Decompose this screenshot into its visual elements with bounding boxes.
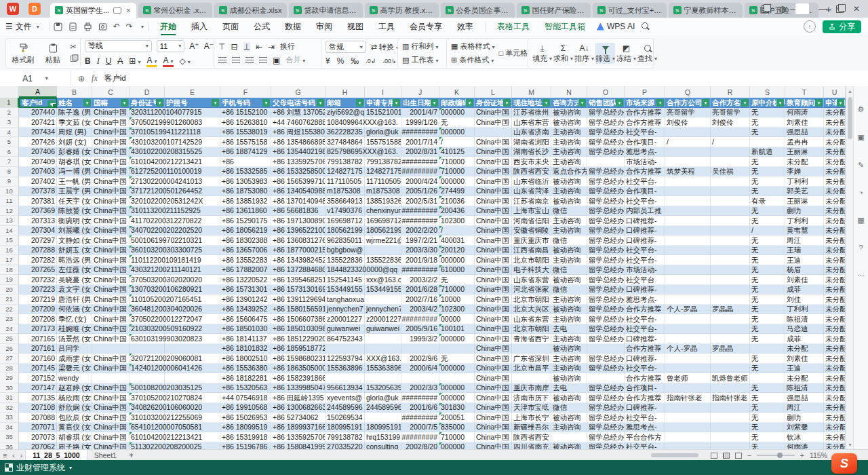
- cell[interactable]: China中国: [92, 196, 130, 206]
- cell[interactable]: 110105200207165451: [130, 294, 165, 305]
- cell[interactable]: 被动咨询: [551, 196, 587, 206]
- cell[interactable]: 汤景然 (女: [57, 334, 92, 344]
- cell[interactable]: 留学总经办: [587, 334, 625, 344]
- cell[interactable]: 社交平台-: [625, 255, 665, 265]
- header-cell[interactable]: 姓名▾: [57, 98, 92, 108]
- cell[interactable]: 强思喆: [785, 393, 824, 403]
- cell[interactable]: 陕西省西安: [512, 167, 551, 177]
- cell[interactable]: [711, 265, 750, 276]
- cell[interactable]: 370105200210270824: [130, 393, 165, 403]
- cell[interactable]: 未分配: [824, 128, 846, 138]
- sheet-tab-11_28_5_1000[interactable]: 11_28_5_1000: [25, 450, 87, 461]
- cell[interactable]: 无: [750, 314, 785, 324]
- cell[interactable]: China中国: [92, 305, 130, 315]
- cell[interactable]: [711, 324, 750, 335]
- column-header-I[interactable]: I: [365, 86, 401, 98]
- cell[interactable]: [365, 246, 401, 256]
- cell[interactable]: 未分配: [824, 432, 846, 442]
- cell[interactable]: 未分配: [824, 108, 846, 118]
- cell[interactable]: 799138782: [365, 157, 401, 167]
- cell[interactable]: 未分配: [824, 157, 846, 167]
- minimize-button[interactable]: —: [818, 5, 827, 13]
- cell[interactable]: 主动咨询: [551, 354, 587, 364]
- cell[interactable]: 124827175: [326, 167, 365, 177]
- cell[interactable]: 无: [750, 246, 785, 256]
- cell[interactable]: 口碑推荐-: [625, 403, 665, 413]
- cell[interactable]: 207147: [19, 383, 57, 394]
- cell[interactable]: +86 18141137: [220, 334, 271, 344]
- cell[interactable]: 留学总经办: [587, 403, 625, 413]
- cell[interactable]: 北京市昌平: [512, 364, 551, 374]
- cell[interactable]: [711, 275, 750, 285]
- cell[interactable]: 207406: [19, 147, 57, 157]
- cell[interactable]: 雅思考点-: [625, 147, 665, 157]
- cell[interactable]: 丁利利: [785, 216, 824, 226]
- cell[interactable]: 207209: [19, 305, 57, 315]
- cell[interactable]: 社交平台-: [625, 364, 665, 374]
- cell[interactable]: China中国: [475, 373, 512, 383]
- cell[interactable]: [665, 423, 711, 433]
- cell[interactable]: [711, 364, 750, 374]
- format-painter-button[interactable]: 格式刷: [10, 42, 36, 65]
- cell[interactable]: [711, 354, 750, 364]
- cell[interactable]: [711, 255, 750, 265]
- cell[interactable]: 口碑推荐-: [625, 216, 665, 226]
- cell[interactable]: 天津市宝坻: [512, 403, 551, 413]
- cell[interactable]: 370503200302020020: [130, 275, 165, 285]
- cell[interactable]: 151521001: [365, 108, 401, 118]
- cell[interactable]: 270335220: [326, 442, 365, 450]
- cell[interactable]: +86 周煜155380: [271, 128, 326, 138]
- normal-view-icon[interactable]: [711, 453, 717, 459]
- cell[interactable]: 刘素佳: [785, 354, 824, 364]
- cell[interactable]: 1999/1/26: [401, 117, 439, 128]
- increase-indent-icon[interactable]: ⇥: [268, 42, 275, 52]
- row-number[interactable]: 33: [0, 413, 19, 423]
- cell[interactable]: 留学总经办: [587, 324, 625, 335]
- cell[interactable]: 430321200211140121: [130, 265, 165, 276]
- cell[interactable]: 430103200107142529: [130, 137, 165, 147]
- cell[interactable]: 153205639: [365, 383, 401, 394]
- cell[interactable]: 梁馨元 (女: [57, 364, 92, 374]
- cell[interactable]: 108409964XXX@163.: [326, 117, 365, 128]
- cell[interactable]: [750, 137, 785, 147]
- cell[interactable]: 社交平台-: [625, 128, 665, 138]
- cell[interactable]: 未分配: [824, 442, 846, 450]
- cell[interactable]: 合作方推荐: [625, 344, 665, 354]
- cell[interactable]: 207173: [19, 324, 57, 335]
- row-number[interactable]: 26: [0, 344, 19, 354]
- cell[interactable]: [711, 403, 750, 413]
- cell[interactable]: 文静如 (女: [57, 235, 92, 246]
- filter-dropdown-icon[interactable]: ▾: [815, 99, 823, 107]
- cell[interactable]: China中国: [92, 314, 130, 324]
- header-cell[interactable]: 申请顾问▾: [824, 98, 846, 108]
- cell[interactable]: 710000: [439, 432, 475, 442]
- cell[interactable]: [711, 285, 750, 295]
- cell[interactable]: 社交平台-: [625, 442, 665, 450]
- cell[interactable]: 117110505: [365, 176, 401, 187]
- cell[interactable]: 留学总经办: [587, 206, 625, 216]
- edit-tools-icon[interactable]: ✎: [858, 161, 864, 170]
- panels-icon[interactable]: ▣: [857, 133, 864, 142]
- row-number[interactable]: 36: [0, 442, 19, 450]
- cell[interactable]: 无: [750, 305, 785, 315]
- cell[interactable]: 内部员工推: [625, 206, 665, 216]
- cell[interactable]: China中国: [475, 354, 512, 364]
- cell[interactable]: 微信: [551, 235, 587, 246]
- cell[interactable]: [665, 413, 711, 423]
- cell[interactable]: 无: [750, 393, 785, 403]
- cell[interactable]: 未分配: [785, 344, 824, 354]
- filter-dropdown-icon[interactable]: ▾: [431, 99, 438, 107]
- sum-button[interactable]: Σ 求和▾: [553, 43, 573, 64]
- cell[interactable]: 未分配: [824, 314, 846, 324]
- column-header-S[interactable]: S: [750, 86, 785, 98]
- cell[interactable]: 654101200007050581: [130, 423, 165, 433]
- cell[interactable]: +86 18501030: [220, 324, 271, 335]
- cell[interactable]: 无: [750, 413, 785, 423]
- cell[interactable]: 留学总经办: [587, 187, 625, 197]
- cell[interactable]: 200051: [439, 413, 475, 423]
- cell[interactable]: +86 15320563: [220, 383, 271, 394]
- cell[interactable]: 周江: [785, 403, 824, 413]
- cell[interactable]: 刘妍 (女): [57, 137, 92, 147]
- cell[interactable]: 未分配: [785, 373, 824, 383]
- cell[interactable]: 未分配: [824, 235, 846, 246]
